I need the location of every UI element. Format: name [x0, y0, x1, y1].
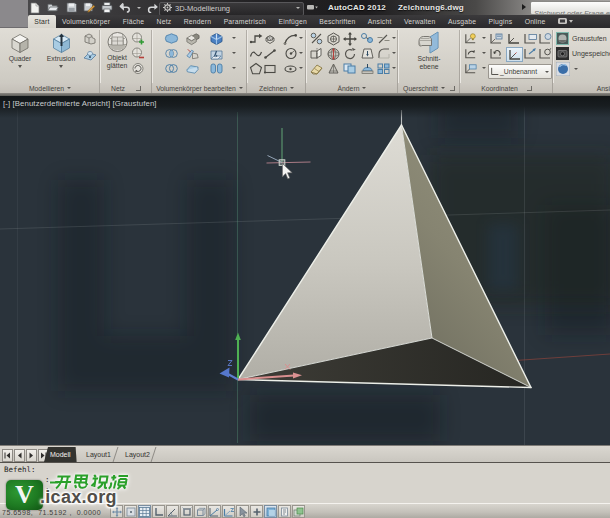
save-as-icon[interactable] — [83, 2, 95, 14]
subtract-icon[interactable] — [185, 32, 200, 45]
panel-label[interactable]: Koordinaten — [460, 83, 553, 93]
chevron-down-icon[interactable] — [232, 67, 236, 69]
tab-volumenkoerper[interactable]: Volumenkörper — [56, 15, 117, 28]
objekt-glaetten-button[interactable]: Objekt glätten — [102, 31, 132, 69]
ribbon-state-icon[interactable] — [558, 15, 574, 28]
ucs-world-icon[interactable] — [506, 32, 521, 45]
tab-beschriften[interactable]: Beschriften — [313, 15, 362, 28]
rotate-icon[interactable] — [342, 47, 357, 60]
3d-rotate-gizmo-icon[interactable] — [326, 32, 341, 45]
fillet-icon[interactable] — [376, 47, 391, 60]
array-icon[interactable] — [376, 62, 391, 75]
first-tab-icon[interactable] — [2, 449, 13, 462]
polyline-icon[interactable] — [248, 32, 263, 45]
tab-parametrisch[interactable]: Parametrisch — [217, 15, 272, 28]
chevron-down-icon[interactable] — [392, 37, 396, 39]
transparency-icon[interactable] — [264, 505, 277, 518]
union-icon[interactable] — [164, 32, 179, 45]
qat-menu-icon[interactable] — [306, 3, 318, 12]
viewport-controls-label[interactable]: [-] [Benutzerdefinierte Ansicht] [Graust… — [3, 99, 157, 108]
tab-flaeche[interactable]: Fläche — [116, 15, 150, 28]
ellipse-icon[interactable] — [283, 62, 298, 75]
infocenter-search[interactable] — [530, 1, 610, 15]
render-style-dropdown[interactable] — [556, 62, 578, 76]
circle-icon[interactable] — [283, 47, 298, 60]
tab-verwalten[interactable]: Verwalten — [398, 15, 442, 28]
ucs-face-icon[interactable] — [463, 62, 478, 75]
ucs-world-bulb-icon[interactable] — [463, 32, 478, 45]
separate-icon[interactable] — [209, 62, 224, 75]
new-file-icon[interactable] — [29, 2, 41, 14]
align-icon[interactable] — [326, 62, 341, 75]
panel-launcher-icon[interactable] — [136, 86, 141, 91]
panel-label[interactable]: Netz — [100, 83, 152, 93]
spline-icon[interactable] — [248, 47, 263, 60]
view-dropdown[interactable]: Ungespeiche — [556, 47, 610, 60]
quick-properties-icon[interactable] — [278, 505, 291, 518]
polar-tracking-icon[interactable] — [166, 505, 179, 518]
3d-object-snap-icon[interactable] — [194, 505, 207, 518]
save-icon[interactable] — [65, 2, 77, 14]
redo-icon[interactable] — [147, 2, 159, 14]
panel-label[interactable]: Volumenkörper bearbeiten — [152, 83, 247, 93]
mesh-refine-plus-icon[interactable] — [130, 32, 145, 45]
ucs-rotate-z-icon[interactable] — [538, 47, 553, 60]
grid-display-icon[interactable] — [138, 505, 151, 518]
tab-ausgabe[interactable]: Ausgabe — [442, 15, 483, 28]
polysolid-icon[interactable] — [82, 32, 97, 45]
chevron-down-icon[interactable] — [392, 52, 396, 54]
tab-layout1[interactable]: Layout1 — [80, 447, 117, 462]
thicken-icon[interactable] — [185, 62, 200, 75]
dynamic-input-icon[interactable] — [236, 505, 249, 518]
imprint-icon[interactable] — [209, 47, 224, 60]
chevron-down-icon[interactable] — [232, 52, 236, 54]
panel-label[interactable]: Ansi — [553, 83, 610, 93]
ucs-undo-icon[interactable] — [489, 47, 504, 60]
drawing-viewport[interactable]: [-] [Benutzerdefinierte Ansicht] [Graust… — [0, 96, 610, 445]
tab-rendern[interactable]: Rendern — [178, 15, 218, 28]
panel-launcher-icon[interactable] — [450, 86, 455, 91]
ortho-mode-icon[interactable] — [152, 505, 165, 518]
visual-style-dropdown[interactable]: Graustufen — [556, 32, 607, 45]
prev-tab-icon[interactable] — [14, 449, 25, 462]
trim-icon[interactable] — [376, 32, 391, 45]
3d-mirror-icon[interactable] — [309, 47, 324, 60]
chevron-down-icon[interactable] — [299, 52, 303, 54]
object-snap-tracking-icon[interactable] — [208, 505, 221, 518]
panel-label[interactable]: Ändern — [306, 83, 398, 93]
ucs-zaxis-icon[interactable] — [523, 47, 538, 60]
schnittebene-button[interactable]: Schnitt- ebene — [411, 31, 447, 70]
tab-plugins[interactable]: Plugins — [482, 15, 518, 28]
line-icon[interactable] — [262, 47, 277, 60]
ucs-combo[interactable]: _Unbenannt — [488, 64, 552, 79]
tab-modell[interactable]: Modell — [44, 447, 77, 462]
solid-edit-icon[interactable] — [309, 32, 324, 45]
presspull-icon[interactable] — [360, 62, 375, 75]
mesh-refine-minus-icon[interactable] — [130, 47, 145, 60]
panel-label[interactable]: Modellieren — [0, 83, 100, 93]
panel-label[interactable]: Querschnitt — [398, 83, 460, 93]
infocenter-arrow-icon[interactable] — [522, 4, 526, 10]
tab-start[interactable]: Start — [28, 15, 56, 28]
intersect-icon[interactable] — [164, 47, 179, 60]
quader-button[interactable]: Quader — [3, 31, 37, 68]
3d-align-icon[interactable] — [360, 32, 375, 45]
polygon-icon[interactable] — [248, 62, 263, 75]
chevron-down-icon[interactable] — [482, 67, 486, 69]
lineweight-icon[interactable] — [250, 505, 263, 518]
tab-einfuegen[interactable]: Einfügen — [272, 15, 313, 28]
erase-icon[interactable] — [309, 62, 324, 75]
ucs-view-icon[interactable] — [523, 32, 538, 45]
ucs-object-icon[interactable] — [538, 32, 553, 45]
tab-netz[interactable]: Netz — [150, 15, 177, 28]
taper-face-icon[interactable] — [360, 47, 375, 60]
chevron-down-icon[interactable] — [482, 37, 486, 39]
ucs-previous-icon[interactable] — [463, 47, 478, 60]
open-file-icon[interactable] — [47, 2, 59, 14]
plot-icon[interactable] — [101, 2, 113, 14]
chevron-down-icon[interactable] — [392, 67, 396, 69]
planar-surface-icon[interactable] — [82, 49, 97, 62]
extract-edges-icon[interactable] — [209, 32, 224, 45]
chevron-down-icon[interactable] — [299, 67, 303, 69]
subtract-2d-icon[interactable] — [164, 62, 179, 75]
